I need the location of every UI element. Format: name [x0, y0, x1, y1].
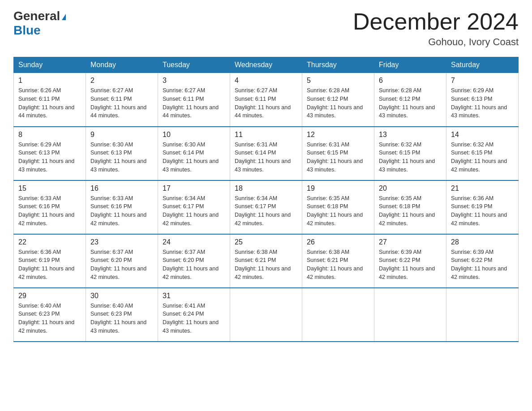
- calendar-cell: 15Sunrise: 6:33 AMSunset: 6:16 PMDayligh…: [14, 180, 86, 234]
- day-number: 14: [451, 131, 514, 139]
- day-number: 25: [235, 238, 297, 246]
- day-info: Sunrise: 6:38 AMSunset: 6:21 PMDaylight:…: [235, 248, 297, 282]
- day-info: Sunrise: 6:40 AMSunset: 6:23 PMDaylight:…: [90, 302, 153, 335]
- logo-blue-text: Blue: [13, 23, 41, 37]
- day-info: Sunrise: 6:40 AMSunset: 6:23 PMDaylight:…: [18, 302, 81, 335]
- calendar-cell: 23Sunrise: 6:37 AMSunset: 6:20 PMDayligh…: [86, 234, 158, 288]
- calendar-cell: [230, 288, 302, 342]
- day-number: 24: [163, 238, 225, 246]
- day-number: 20: [379, 184, 442, 193]
- calendar-cell: 13Sunrise: 6:32 AMSunset: 6:15 PMDayligh…: [374, 127, 446, 180]
- week-row-1: 1Sunrise: 6:26 AMSunset: 6:11 PMDaylight…: [14, 73, 519, 127]
- calendar-cell: [374, 288, 446, 342]
- day-info: Sunrise: 6:29 AMSunset: 6:13 PMDaylight:…: [451, 86, 514, 120]
- day-number: 12: [307, 131, 369, 139]
- day-info: Sunrise: 6:30 AMSunset: 6:14 PMDaylight:…: [163, 141, 225, 174]
- calendar-cell: 1Sunrise: 6:26 AMSunset: 6:11 PMDaylight…: [14, 73, 86, 127]
- day-number: 29: [18, 292, 81, 300]
- calendar-cell: [302, 288, 374, 342]
- day-number: 7: [451, 77, 514, 85]
- day-info: Sunrise: 6:37 AMSunset: 6:20 PMDaylight:…: [90, 248, 153, 282]
- day-info: Sunrise: 6:38 AMSunset: 6:21 PMDaylight:…: [307, 248, 369, 282]
- day-info: Sunrise: 6:32 AMSunset: 6:15 PMDaylight:…: [379, 141, 442, 174]
- day-info: Sunrise: 6:32 AMSunset: 6:15 PMDaylight:…: [451, 141, 514, 174]
- day-number: 13: [379, 131, 442, 139]
- day-info: Sunrise: 6:31 AMSunset: 6:14 PMDaylight:…: [235, 141, 297, 174]
- day-number: 15: [18, 184, 81, 193]
- calendar-cell: 9Sunrise: 6:30 AMSunset: 6:13 PMDaylight…: [86, 127, 158, 180]
- calendar-cell: 31Sunrise: 6:41 AMSunset: 6:24 PMDayligh…: [158, 288, 230, 342]
- day-info: Sunrise: 6:36 AMSunset: 6:19 PMDaylight:…: [451, 194, 514, 228]
- calendar-subtitle: Gohouo, Ivory Coast: [353, 36, 519, 48]
- logo: General Blue: [13, 9, 66, 38]
- calendar-cell: 25Sunrise: 6:38 AMSunset: 6:21 PMDayligh…: [230, 234, 302, 288]
- calendar-cell: 16Sunrise: 6:33 AMSunset: 6:16 PMDayligh…: [86, 180, 158, 234]
- calendar-cell: 20Sunrise: 6:35 AMSunset: 6:18 PMDayligh…: [374, 180, 446, 234]
- day-number: 28: [451, 238, 514, 246]
- day-number: 3: [163, 77, 225, 85]
- day-number: 22: [18, 238, 81, 246]
- calendar-cell: 12Sunrise: 6:31 AMSunset: 6:15 PMDayligh…: [302, 127, 374, 180]
- weekday-header-tuesday: Tuesday: [158, 57, 230, 73]
- calendar-cell: 14Sunrise: 6:32 AMSunset: 6:15 PMDayligh…: [446, 127, 519, 180]
- day-number: 23: [90, 238, 153, 246]
- weekday-header-row: SundayMondayTuesdayWednesdayThursdayFrid…: [14, 57, 519, 73]
- day-info: Sunrise: 6:39 AMSunset: 6:22 PMDaylight:…: [379, 248, 442, 282]
- day-info: Sunrise: 6:41 AMSunset: 6:24 PMDaylight:…: [163, 302, 225, 335]
- calendar-cell: 6Sunrise: 6:28 AMSunset: 6:12 PMDaylight…: [374, 73, 446, 127]
- page-header: General Blue December 2024 Gohouo, Ivory…: [13, 9, 519, 48]
- weekday-header-wednesday: Wednesday: [230, 57, 302, 73]
- logo-arrow-icon: [62, 14, 66, 20]
- day-info: Sunrise: 6:27 AMSunset: 6:11 PMDaylight:…: [235, 86, 297, 120]
- day-info: Sunrise: 6:36 AMSunset: 6:19 PMDaylight:…: [18, 248, 81, 282]
- day-info: Sunrise: 6:35 AMSunset: 6:18 PMDaylight:…: [379, 194, 442, 228]
- weekday-header-thursday: Thursday: [302, 57, 374, 73]
- day-info: Sunrise: 6:30 AMSunset: 6:13 PMDaylight:…: [90, 141, 153, 174]
- day-info: Sunrise: 6:28 AMSunset: 6:12 PMDaylight:…: [307, 86, 369, 120]
- week-row-3: 15Sunrise: 6:33 AMSunset: 6:16 PMDayligh…: [14, 180, 519, 234]
- calendar-cell: 30Sunrise: 6:40 AMSunset: 6:23 PMDayligh…: [86, 288, 158, 342]
- week-row-4: 22Sunrise: 6:36 AMSunset: 6:19 PMDayligh…: [14, 234, 519, 288]
- calendar-title: December 2024: [353, 9, 519, 34]
- calendar-cell: 28Sunrise: 6:39 AMSunset: 6:22 PMDayligh…: [446, 234, 519, 288]
- day-number: 10: [163, 131, 225, 139]
- day-number: 17: [163, 184, 225, 193]
- day-number: 1: [18, 77, 81, 85]
- day-number: 31: [163, 292, 225, 300]
- day-info: Sunrise: 6:34 AMSunset: 6:17 PMDaylight:…: [235, 194, 297, 228]
- calendar-cell: 26Sunrise: 6:38 AMSunset: 6:21 PMDayligh…: [302, 234, 374, 288]
- day-info: Sunrise: 6:29 AMSunset: 6:13 PMDaylight:…: [18, 141, 81, 174]
- day-number: 18: [235, 184, 297, 193]
- calendar-cell: 8Sunrise: 6:29 AMSunset: 6:13 PMDaylight…: [14, 127, 86, 180]
- calendar-cell: 10Sunrise: 6:30 AMSunset: 6:14 PMDayligh…: [158, 127, 230, 180]
- day-info: Sunrise: 6:31 AMSunset: 6:15 PMDaylight:…: [307, 141, 369, 174]
- day-number: 5: [307, 77, 369, 85]
- calendar-cell: 5Sunrise: 6:28 AMSunset: 6:12 PMDaylight…: [302, 73, 374, 127]
- day-info: Sunrise: 6:33 AMSunset: 6:16 PMDaylight:…: [18, 194, 81, 228]
- week-row-5: 29Sunrise: 6:40 AMSunset: 6:23 PMDayligh…: [14, 288, 519, 342]
- calendar-table: SundayMondayTuesdayWednesdayThursdayFrid…: [13, 57, 519, 342]
- calendar-cell: 4Sunrise: 6:27 AMSunset: 6:11 PMDaylight…: [230, 73, 302, 127]
- calendar-cell: 7Sunrise: 6:29 AMSunset: 6:13 PMDaylight…: [446, 73, 519, 127]
- day-info: Sunrise: 6:27 AMSunset: 6:11 PMDaylight:…: [90, 86, 153, 120]
- day-info: Sunrise: 6:28 AMSunset: 6:12 PMDaylight:…: [379, 86, 442, 120]
- day-number: 6: [379, 77, 442, 85]
- calendar-cell: 2Sunrise: 6:27 AMSunset: 6:11 PMDaylight…: [86, 73, 158, 127]
- day-number: 11: [235, 131, 297, 139]
- day-info: Sunrise: 6:37 AMSunset: 6:20 PMDaylight:…: [163, 248, 225, 282]
- day-info: Sunrise: 6:26 AMSunset: 6:11 PMDaylight:…: [18, 86, 81, 120]
- day-number: 2: [90, 77, 153, 85]
- weekday-header-monday: Monday: [86, 57, 158, 73]
- logo-general-text: General: [13, 9, 60, 23]
- day-info: Sunrise: 6:33 AMSunset: 6:16 PMDaylight:…: [90, 194, 153, 228]
- day-number: 8: [18, 131, 81, 139]
- day-info: Sunrise: 6:27 AMSunset: 6:11 PMDaylight:…: [163, 86, 225, 120]
- weekday-header-friday: Friday: [374, 57, 446, 73]
- day-number: 19: [307, 184, 369, 193]
- calendar-cell: 24Sunrise: 6:37 AMSunset: 6:20 PMDayligh…: [158, 234, 230, 288]
- calendar-cell: 11Sunrise: 6:31 AMSunset: 6:14 PMDayligh…: [230, 127, 302, 180]
- calendar-cell: 3Sunrise: 6:27 AMSunset: 6:11 PMDaylight…: [158, 73, 230, 127]
- day-number: 21: [451, 184, 514, 193]
- calendar-cell: 29Sunrise: 6:40 AMSunset: 6:23 PMDayligh…: [14, 288, 86, 342]
- calendar-cell: 21Sunrise: 6:36 AMSunset: 6:19 PMDayligh…: [446, 180, 519, 234]
